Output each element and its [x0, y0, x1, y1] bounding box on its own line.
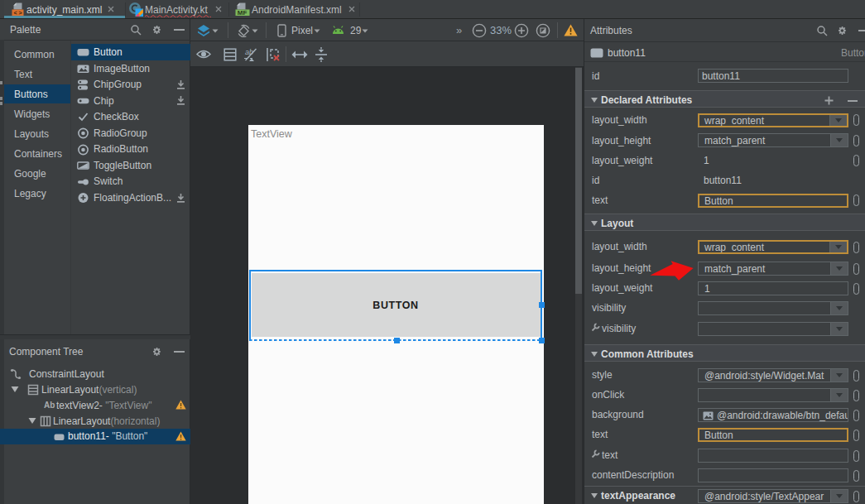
svg-text:MF: MF [238, 9, 247, 16]
svg-text:>: > [18, 9, 22, 16]
svg-text:<: < [13, 9, 17, 16]
svg-text:ab: ab [245, 48, 253, 56]
